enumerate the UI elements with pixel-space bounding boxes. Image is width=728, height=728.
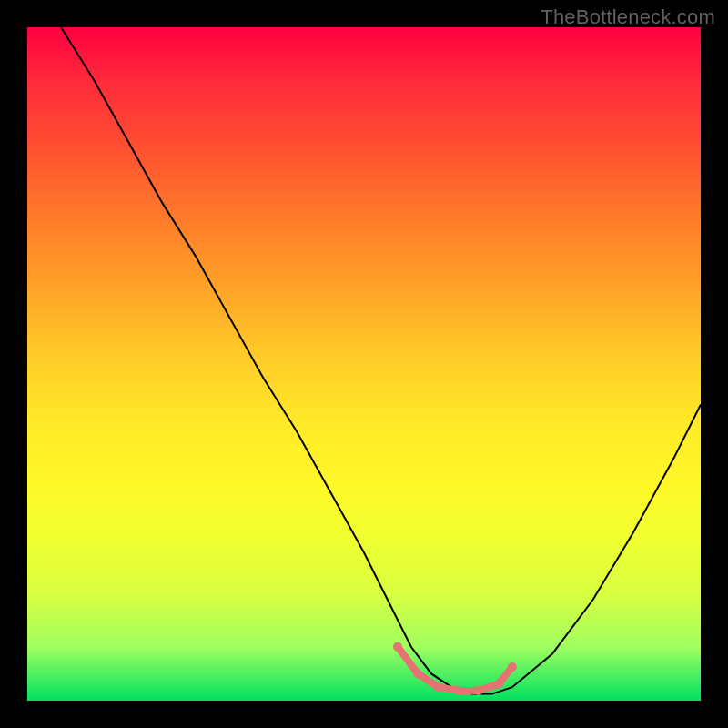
- highlight-dot: [474, 686, 483, 695]
- bottleneck-curve: [61, 27, 701, 694]
- highlight-dot: [433, 682, 442, 692]
- watermark-text: TheBottleneck.com: [541, 5, 715, 29]
- highlight-dot: [494, 680, 503, 689]
- highlight-dot: [508, 662, 517, 672]
- highlight-dot: [393, 642, 402, 652]
- curve-svg: [27, 27, 701, 701]
- chart-frame: TheBottleneck.com: [0, 0, 728, 728]
- highlight-dot: [454, 686, 463, 695]
- highlight-dot: [413, 669, 422, 678]
- plot-area: [27, 27, 701, 701]
